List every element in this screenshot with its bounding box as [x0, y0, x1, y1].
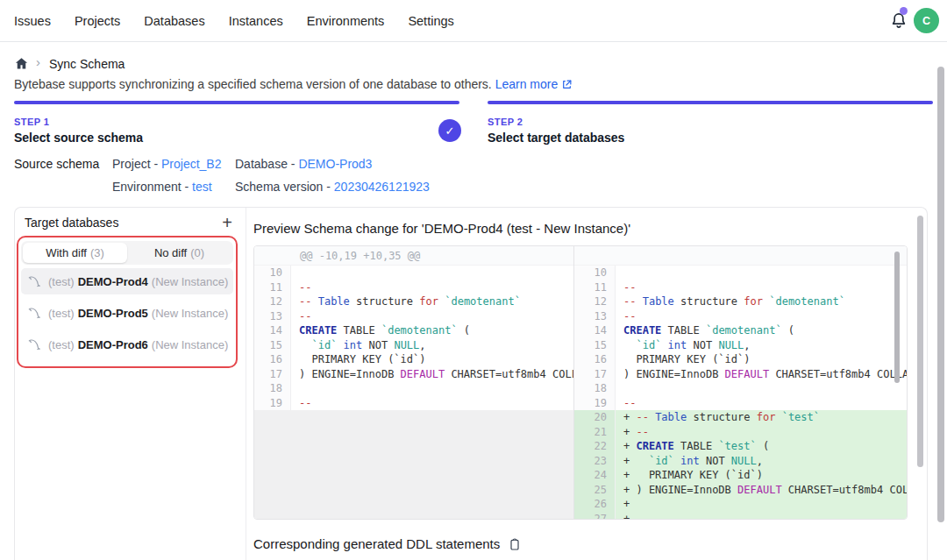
add-target-database-button[interactable]: + [216, 211, 239, 234]
source-field-project: Project - Project_B2 [112, 157, 222, 171]
source-field-label: Environment - [112, 180, 192, 194]
home-icon[interactable] [14, 56, 29, 71]
diff-line: 13-- [574, 309, 907, 324]
nav-item-environments[interactable]: Environments [307, 14, 385, 28]
code-text: `id` int NOT NULL, [616, 338, 907, 353]
diff-line: 19-- [254, 396, 573, 411]
diff-line: 19-- [574, 396, 907, 411]
code-text: PRIMARY KEY (`id`) [616, 352, 907, 367]
diff-line: 14CREATE TABLE `demotenant` ( [254, 323, 573, 338]
breadcrumb: Sync Schema [49, 57, 125, 71]
target-database-demo-prod6[interactable]: (test)DEMO-Prod6(New Instance) [21, 331, 233, 358]
step2-progress-bar [488, 101, 933, 104]
line-number: 23 [574, 454, 616, 469]
line-number: 16 [574, 352, 616, 367]
code-text: CREATE TABLE `demotenant` ( [291, 323, 573, 338]
tab-label: No diff [154, 246, 187, 259]
code-text: + CREATE TABLE `test` ( [616, 439, 907, 454]
diff-line: 17) ENGINE=InnoDB DEFAULT CHARSET=utf8mb… [574, 367, 907, 382]
diff-line: 13-- [254, 309, 573, 324]
code-text: + -- Table structure for `test` [616, 410, 907, 425]
nav-item-issues[interactable]: Issues [14, 14, 51, 28]
nav-item-instances[interactable]: Instances [229, 14, 283, 28]
diff-line-added: 23+ `id` int NOT NULL, [574, 454, 907, 469]
source-field-value-link[interactable]: test [192, 180, 212, 194]
tab-count: (0) [190, 246, 204, 259]
diff-pane-target[interactable]: 1011--12-- Table structure for `demotena… [574, 246, 907, 519]
step1-progress-bar [14, 101, 459, 104]
nav-item-projects[interactable]: Projects [75, 14, 120, 28]
tab-with-diff[interactable]: With diff(3) [23, 243, 127, 263]
line-number: 24 [574, 468, 616, 483]
page-scrollbar[interactable] [937, 67, 944, 522]
diff-line-added: 24+ PRIMARY KEY (`id`) [574, 468, 907, 483]
source-field-label: Schema version - [235, 180, 334, 194]
line-number: 11 [254, 280, 291, 295]
learn-more-link[interactable]: Learn more [495, 77, 573, 91]
code-text: PRIMARY KEY (`id`) [291, 352, 573, 367]
code-text: + ) ENGINE=InnoDB DEFAULT CHARSET=utf8mb… [616, 483, 907, 498]
code-text [291, 381, 573, 396]
code-text: -- [616, 280, 907, 295]
step1[interactable]: STEP 1 Select source schema [14, 117, 143, 145]
nav-item-databases[interactable]: Databases [144, 14, 204, 28]
line-number: 15 [574, 338, 616, 353]
intro-sentence: Bytebase supports synchronizing a specif… [14, 77, 492, 91]
line-number: 17 [254, 367, 291, 382]
diff-line: 11-- [254, 280, 573, 295]
tab-no-diff[interactable]: No diff(0) [127, 243, 231, 263]
code-text: + `id` int NOT NULL, [616, 454, 907, 469]
diff-pane-scrollbar[interactable] [894, 252, 900, 383]
source-field-value-link[interactable]: Project_B2 [161, 157, 221, 171]
target-database-demo-prod5[interactable]: (test)DEMO-Prod5(New Instance) [21, 300, 233, 326]
copy-icon[interactable] [508, 537, 522, 551]
code-text: -- [616, 309, 907, 324]
avatar[interactable]: C [914, 8, 939, 33]
line-number: 16 [254, 352, 291, 367]
code-text: + -- [616, 425, 907, 440]
preview-panel-scrollbar[interactable] [917, 216, 923, 467]
nav-item-settings[interactable]: Settings [408, 14, 453, 28]
diff-pane-source[interactable]: @@ -10,19 +10,35 @@ 1011--12-- Table str… [254, 246, 574, 519]
step1-completed-check-icon: ✓ [438, 119, 461, 142]
tab-count: (3) [90, 246, 104, 259]
code-text: ) ENGINE=InnoDB DEFAULT CHARSET=utf8mb4 … [291, 367, 573, 382]
source-field-value-link[interactable]: DEMO-Prod3 [298, 157, 372, 171]
code-text [616, 266, 907, 280]
db-instance-suffix: (New Instance) [152, 275, 228, 288]
line-number: 26 [574, 497, 616, 512]
source-schema-heading: Source schema [14, 157, 99, 171]
diff-line: 18 [574, 381, 907, 396]
line-number: 18 [574, 381, 616, 396]
diff-line-added: 26+ [574, 497, 907, 512]
line-number: 17 [574, 367, 616, 382]
diff-line: 10 [574, 266, 907, 280]
target-database-demo-prod4[interactable]: (test)DEMO-Prod4(New Instance) [21, 268, 233, 294]
source-field-value-link[interactable]: 20230426121923 [334, 180, 430, 194]
step2[interactable]: STEP 2 Select target databases [488, 117, 624, 145]
line-number: 12 [574, 294, 616, 309]
line-number: 12 [254, 294, 291, 309]
diff-line: 11-- [574, 280, 907, 295]
line-number: 21 [574, 425, 616, 440]
line-number: 22 [574, 439, 616, 454]
step2-label: STEP 2 [488, 117, 624, 127]
mysql-icon [28, 307, 43, 320]
mysql-icon [28, 338, 43, 351]
external-link-icon [561, 79, 573, 90]
diff-line: 18 [254, 381, 573, 396]
ddl-statements-heading: Corresponding generated DDL statements [253, 536, 522, 551]
diff-alignment-filler [254, 410, 573, 519]
db-environment: (test) [48, 338, 75, 351]
diff-line: 16 PRIMARY KEY (`id`) [254, 352, 573, 367]
diff-line-added: 25+ ) ENGINE=InnoDB DEFAULT CHARSET=utf8… [574, 483, 907, 498]
line-number: 25 [574, 483, 616, 498]
line-number: 14 [254, 323, 291, 338]
preview-title: Preview Schema change for 'DEMO-Prod4 (t… [253, 221, 630, 236]
code-text [616, 381, 907, 396]
line-number: 19 [254, 396, 291, 411]
step1-title: Select source schema [14, 131, 143, 145]
diff-line-added: 27+ -- [574, 512, 907, 520]
target-database-list: (test)DEMO-Prod4(New Instance)(test)DEMO… [21, 268, 233, 363]
line-number: 27 [574, 512, 616, 520]
